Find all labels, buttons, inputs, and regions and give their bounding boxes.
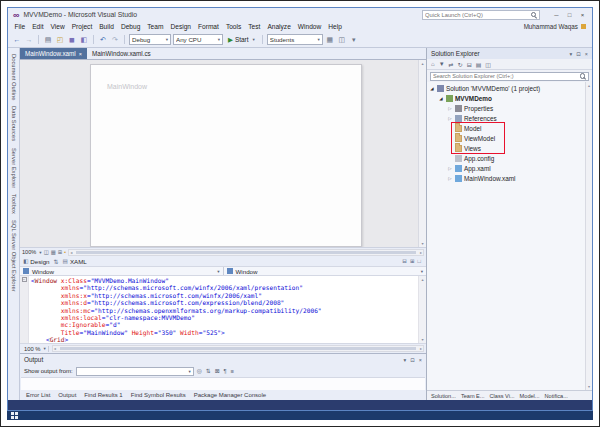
properties-icon[interactable]: ▤	[476, 61, 482, 68]
xaml-tab[interactable]: ▤ XAML	[63, 258, 87, 265]
menu-tools[interactable]: Tools	[222, 23, 244, 30]
menu-edit[interactable]: Edit	[29, 23, 47, 30]
code-line[interactable]: xmlns:x="http://schemas.microsoft.com/wi…	[31, 292, 418, 299]
solution-explorer-header[interactable]: Solution Explorer ▾⊡×	[427, 48, 592, 59]
menu-build[interactable]: Build	[96, 23, 118, 30]
collapsed-arrow-icon[interactable]: ▷	[447, 176, 453, 181]
side-tab-sql-server-object-explorer[interactable]: SQL Server Object Explorer	[11, 220, 17, 292]
tree-item-app-config[interactable]: App.config	[427, 153, 592, 163]
grid-toggle-icon[interactable]: ▦	[51, 249, 56, 255]
horizontal-split-icon[interactable]: ⊟	[402, 258, 407, 264]
panel-tab-find-symbol-results[interactable]: Find Symbol Results	[128, 392, 189, 398]
scroll-down-icon[interactable]: ▾	[588, 384, 590, 389]
expanded-arrow-icon[interactable]: ◢	[429, 86, 435, 91]
scroll-down-icon[interactable]: ▾	[421, 241, 423, 246]
snap-grid-icon[interactable]: ⊞	[58, 249, 63, 255]
toggle-list-icon[interactable]: ≡	[231, 368, 234, 374]
title-bar[interactable]: ∞ MVVMDemo - Microsoft Visual Studio ─ □…	[8, 8, 592, 21]
code-line[interactable]: xmlns:mc="http://schemas.openxmlformats.…	[31, 307, 418, 314]
filter-icon[interactable]: ▼	[439, 61, 445, 67]
output-header[interactable]: Output ▾⊡×	[20, 354, 426, 365]
scroll-down-icon[interactable]: ▾	[421, 337, 423, 342]
code-line[interactable]: mc:Ignorable="d"	[31, 321, 418, 328]
side-tab-data-sources[interactable]: Data Sources	[11, 106, 17, 141]
collapsed-arrow-icon[interactable]: ▷	[447, 106, 453, 111]
tree-item-model[interactable]: Model	[427, 123, 592, 133]
toolbar-options-icon[interactable]: ▾	[349, 36, 359, 44]
maximize-button[interactable]: □	[563, 9, 576, 21]
designer-zoom-combo[interactable]: 100% ▾	[22, 249, 42, 255]
close-icon[interactable]: ×	[585, 51, 588, 57]
messages-nav-icon[interactable]: ⇅	[206, 368, 211, 374]
scroll-right-icon[interactable]: ▸	[420, 250, 422, 255]
tree-item-mvvmdemo[interactable]: ◢MVVMDemo	[427, 93, 592, 103]
code-line[interactable]: <Window x:Class="MVVMDemo.MainWindow"	[31, 277, 418, 284]
windows-start-button[interactable]	[11, 412, 18, 419]
side-tab-toolbox[interactable]: Toolbox	[11, 194, 17, 214]
find-in-files-icon[interactable]: ◫	[337, 36, 347, 44]
scrollbar-thumb[interactable]	[76, 251, 416, 254]
breadcrumb-right[interactable]: Window ▾	[223, 267, 427, 275]
navigate-back-icon[interactable]: ←	[12, 36, 22, 43]
scroll-up-icon[interactable]: ▴	[421, 61, 423, 66]
menu-design[interactable]: Design	[167, 23, 195, 30]
design-tab[interactable]: ◧ Design	[23, 258, 50, 265]
menu-window[interactable]: Window	[294, 23, 324, 30]
side-tab-server-explorer[interactable]: Server Explorer	[11, 148, 17, 188]
scroll-left-icon[interactable]: ◂	[54, 346, 56, 351]
solution-platforms-combo[interactable]: Any CPU▾	[173, 34, 223, 45]
build-icon[interactable]: ▦	[325, 36, 335, 44]
save-icon[interactable]: ◼	[67, 36, 77, 44]
collapsed-arrow-icon[interactable]: ▷	[447, 116, 453, 121]
zoom-fit-icon[interactable]: ◫	[44, 249, 49, 255]
open-file-icon[interactable]: ◰	[55, 36, 65, 44]
window-position-icon[interactable]: ▾	[570, 51, 573, 57]
tree-item-solution-mvvmdemo-1-project[interactable]: ◢Solution 'MVVMDemo' (1 project)	[427, 83, 592, 93]
quick-launch-input[interactable]	[425, 12, 528, 18]
editor-horizontal-scrollbar[interactable]: ◂ ▸	[52, 345, 424, 352]
effects-toggle-icon[interactable]: ▪	[64, 249, 66, 255]
menu-format[interactable]: Format	[194, 23, 222, 30]
document-tab-mainwindow-xaml[interactable]: MainWindow.xaml×	[20, 48, 87, 59]
tree-item-mainwindow-xaml[interactable]: ▷MainWindow.xaml	[427, 173, 592, 183]
menu-analyze[interactable]: Analyze	[264, 23, 294, 30]
sync-with-active-document-icon[interactable]: ⇄	[449, 61, 454, 68]
close-icon[interactable]: ×	[419, 357, 422, 363]
designer-horizontal-scrollbar[interactable]: ◂ ▸	[68, 249, 424, 256]
find-message-icon[interactable]: ◎	[197, 368, 202, 374]
start-debug-button[interactable]: ▶Start▾	[225, 36, 258, 44]
collapse-region-icon[interactable]: −	[22, 277, 27, 282]
tree-item-properties[interactable]: ▷Properties	[427, 103, 592, 113]
code-line[interactable]: xmlns="http://schemas.microsoft.com/winf…	[31, 284, 418, 291]
notifications-flag-icon[interactable]	[581, 24, 586, 29]
home-icon[interactable]: ⌂	[431, 61, 435, 67]
profile-combo[interactable]: Students▾	[267, 34, 323, 45]
scroll-up-icon[interactable]: ▴	[421, 277, 423, 282]
scroll-up-icon[interactable]: ▴	[588, 83, 590, 88]
menu-project[interactable]: Project	[68, 23, 96, 30]
explorer-tab-solution[interactable]: Solution...	[429, 393, 458, 399]
pin-icon[interactable]: ⊡	[410, 357, 415, 363]
code-area[interactable]: <Window x:Class="MVVMDemo.MainWindow" xm…	[29, 276, 418, 343]
code-line[interactable]: xmlns:local="clr-namespace:MVVMDemo"	[31, 314, 418, 321]
designer-vertical-scrollbar[interactable]: ▴ ▾	[418, 60, 426, 247]
explorer-tab-model[interactable]: Model...	[518, 393, 542, 399]
signed-in-user[interactable]: Muhammad Waqas	[524, 23, 589, 30]
design-preview-window[interactable]: MainWindow	[90, 64, 362, 247]
solution-search-input[interactable]	[433, 73, 578, 79]
xaml-designer-surface[interactable]: MainWindow ▴ ▾	[20, 59, 426, 247]
preview-selected-items-icon[interactable]: ◫	[485, 61, 491, 68]
undo-icon[interactable]: ↶	[98, 36, 108, 44]
search-box[interactable]	[430, 72, 589, 81]
editor-zoom-combo[interactable]: 100 % ▾	[22, 346, 49, 352]
explorer-tab-class-vi[interactable]: Class Vi...	[488, 393, 517, 399]
clear-all-icon[interactable]: ⊠	[215, 368, 220, 374]
quick-launch-box[interactable]	[422, 10, 540, 20]
expanded-arrow-icon[interactable]: ◢	[438, 96, 444, 101]
breadcrumb-left[interactable]: Window ▾	[20, 267, 223, 275]
output-source-combo[interactable]: ▾	[76, 367, 194, 376]
close-button[interactable]: ×	[576, 9, 589, 21]
output-content[interactable]	[21, 377, 425, 390]
menu-team[interactable]: Team	[144, 23, 167, 30]
document-tab-mainwindow-xaml-cs[interactable]: MainWindow.xaml.cs	[87, 48, 156, 59]
